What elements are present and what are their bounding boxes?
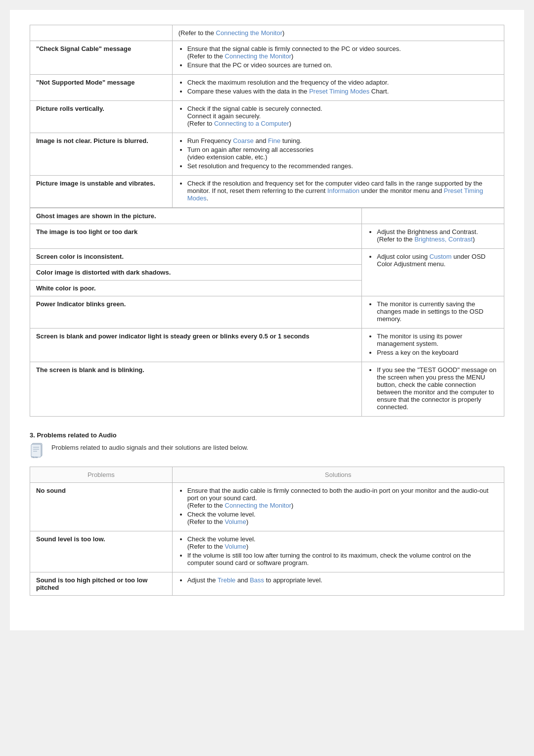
audio-problems-table: Problems Solutions No sound Ensure that … <box>30 467 504 596</box>
solution-cell: Adjust color using Custom under OSD Colo… <box>362 249 504 296</box>
problems-header: Problems <box>30 467 173 483</box>
note-row: Note Problems related to audio signals a… <box>30 442 504 460</box>
connecting-computer-link[interactable]: Connecting to a Computer <box>214 120 289 127</box>
preset-timing-link[interactable]: Preset Timing Modes <box>309 88 369 95</box>
page-container: (Refer to the Connecting the Monitor) "C… <box>10 10 524 630</box>
table-row: Screen is blank and power indicator ligh… <box>30 329 504 362</box>
table-row: The screen is blank and is blinking. If … <box>30 362 504 417</box>
problem-cell: Sound is too high pitched or too low pit… <box>30 572 173 596</box>
information-link[interactable]: Information <box>327 187 359 194</box>
solution-cell <box>362 208 504 224</box>
solution-cell: Run Frequency Coarse and Fine tuning. Tu… <box>172 133 504 176</box>
volume-link2[interactable]: Volume <box>225 543 246 550</box>
connecting-monitor-audio-link[interactable]: Connecting the Monitor <box>225 502 291 509</box>
table-row: (Refer to the Connecting the Monitor) <box>30 25 504 41</box>
problem-cell <box>30 25 173 41</box>
coarse-link[interactable]: Coarse <box>233 137 254 144</box>
bass-link[interactable]: Bass <box>250 576 264 584</box>
table-row: Sound level is too low. Check the volume… <box>30 531 504 572</box>
problem-cell: Screen color is inconsistent. <box>30 249 362 265</box>
problem-cell: The screen is blank and is blinking. <box>30 362 362 417</box>
solution-cell: If you see the "TEST GOOD" message on th… <box>362 362 504 417</box>
solution-cell: The monitor is currently saving the chan… <box>362 296 504 329</box>
solution-cell: Adjust the Treble and Bass to appropriat… <box>172 572 504 596</box>
problem-cell: The image is too light or too dark <box>30 224 362 249</box>
problem-cell: Power Indicator blinks green. <box>30 296 362 329</box>
table-row: "Check Signal Cable" message Ensure that… <box>30 41 504 75</box>
solution-cell: The monitor is using its power managemen… <box>362 329 504 362</box>
problem-cell: "Check Signal Cable" message <box>30 41 173 75</box>
top-problems-table: (Refer to the Connecting the Monitor) "C… <box>30 25 504 208</box>
table-row: Ghost images are shown in the picture. <box>30 208 504 224</box>
solution-cell: Check the maximum resolution and the fre… <box>172 75 504 101</box>
problem-cell: "Not Supported Mode" message <box>30 75 173 101</box>
table-row: Picture rolls vertically. Check if the s… <box>30 101 504 133</box>
audio-section-title: 3. Problems related to Audio <box>30 431 504 439</box>
problem-cell: Ghost images are shown in the picture. <box>30 208 362 224</box>
solution-cell: Ensure that the signal cable is firmly c… <box>172 41 504 75</box>
solution-cell: Ensure that the audio cable is firmly co… <box>172 483 504 531</box>
problem-cell: Sound level is too low. <box>30 531 173 572</box>
table-row: "Not Supported Mode" message Check the m… <box>30 75 504 101</box>
note-icon: Note <box>30 442 47 460</box>
table-row: Image is not clear. Picture is blurred. … <box>30 133 504 176</box>
problem-cell: White color is poor. <box>30 281 362 296</box>
solution-cell: Check the volume level. (Refer to the Vo… <box>172 531 504 572</box>
table-header-row: Problems Solutions <box>30 467 504 483</box>
svg-text:Note: Note <box>32 456 38 459</box>
treble-link[interactable]: Treble <box>218 576 235 584</box>
connecting-monitor-link2[interactable]: Connecting the Monitor <box>225 52 291 60</box>
audio-section: 3. Problems related to Audio Note Proble… <box>30 431 504 596</box>
problem-cell: No sound <box>30 483 173 531</box>
brightness-contrast-link[interactable]: Brightness, Contrast <box>414 236 473 243</box>
connecting-monitor-link[interactable]: Connecting the Monitor <box>216 29 282 37</box>
problem-cell: Picture rolls vertically. <box>30 101 173 133</box>
fine-link[interactable]: Fine <box>268 137 280 144</box>
top-problems-table-b: Ghost images are shown in the picture. T… <box>30 208 504 417</box>
note-text: Problems related to audio signals and th… <box>51 442 248 451</box>
table-row: No sound Ensure that the audio cable is … <box>30 483 504 531</box>
solutions-header: Solutions <box>172 467 504 483</box>
problem-cell: Image is not clear. Picture is blurred. <box>30 133 173 176</box>
solution-cell: Adjust the Brightness and Contrast. (Ref… <box>362 224 504 249</box>
problem-cell: Color image is distorted with dark shado… <box>30 265 362 281</box>
custom-link[interactable]: Custom <box>430 253 452 260</box>
table-row: Sound is too high pitched or too low pit… <box>30 572 504 596</box>
volume-link[interactable]: Volume <box>225 518 246 525</box>
solution-cell: Check if the resolution and frequency se… <box>172 176 504 208</box>
table-row: Power Indicator blinks green. The monito… <box>30 296 504 329</box>
table-row: Screen color is inconsistent. Adjust col… <box>30 249 504 265</box>
problem-cell: Screen is blank and power indicator ligh… <box>30 329 362 362</box>
solution-cell: (Refer to the Connecting the Monitor) <box>172 25 504 41</box>
solution-cell: Check if the signal cable is securely co… <box>172 101 504 133</box>
table-row: The image is too light or too dark Adjus… <box>30 224 504 249</box>
problem-cell: Picture image is unstable and vibrates. <box>30 176 173 208</box>
